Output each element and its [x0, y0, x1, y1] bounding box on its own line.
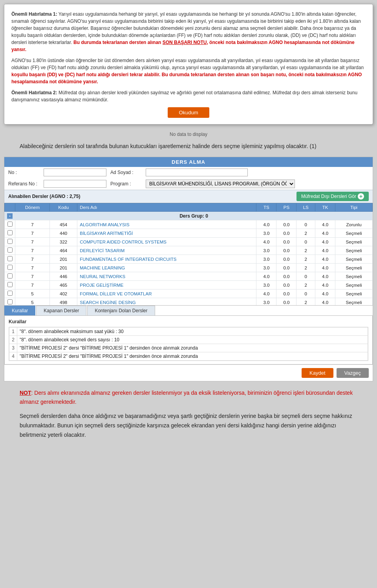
row-tk: 4.0 [315, 281, 335, 289]
kaydet-button[interactable]: Kaydet [302, 368, 333, 378]
mufredat-button[interactable]: Müfredat Dışı Dersleri Gör + [296, 192, 369, 201]
row-checkbox-cell[interactable] [5, 272, 15, 281]
row-ps: 0.0 [276, 272, 296, 281]
row-tk: 4.0 [315, 229, 335, 238]
row-checkbox[interactable] [7, 291, 13, 296]
col-ders-adi: Ders Adı [77, 203, 256, 212]
row-checkbox-cell[interactable] [5, 229, 15, 238]
important-notice-modal: Önemli Hatırlatma 1: Yarıyıl esası uygul… [4, 4, 373, 125]
tab-kapanan-dersler[interactable]: Kapanan Dersler [36, 306, 86, 315]
row-checkbox[interactable] [7, 256, 13, 261]
col-tk: TK [315, 203, 335, 212]
row-ls: 0 [296, 220, 315, 229]
row-ps: 0.0 [276, 229, 296, 238]
row-checkbox-cell[interactable] [5, 264, 15, 272]
form-row-no: No : Ad Soyad : [4, 167, 373, 178]
rule-text: "BİTİRME PROJESİ 2" dersi "BİTİRME PROJE… [17, 344, 368, 352]
row-checkbox[interactable] [7, 222, 13, 227]
row-kodu: 446 [50, 272, 77, 281]
tab-kurallar[interactable]: Kurallar [4, 306, 35, 315]
row-checkbox-cell[interactable] [5, 238, 15, 246]
ders-alma-title: DERS ALMA [4, 157, 373, 167]
kurallar-scroll[interactable]: 1 "8". dönem alınabilecek maksimum saat … [9, 327, 368, 361]
row-ls: 2 [296, 246, 315, 255]
collapse-group-icon[interactable]: - [7, 213, 13, 219]
notice-paragraph-2: AGNO'su 1.80'in üstünde olan öğrenciler … [11, 57, 366, 85]
program-label: Program : [110, 181, 142, 187]
row-donem: 7 [15, 220, 50, 229]
row-ders-adi: MACHINE LEARNING [77, 264, 256, 272]
table-row: 7 201 FUNDAMENTALS OF INTEGRATED CIRCUIT… [5, 255, 373, 264]
row-ts: 4.0 [256, 289, 276, 298]
ders-alma-panel: DERS ALMA No : Ad Soyad : Referans No : … [4, 157, 373, 381]
referans-input[interactable] [44, 180, 106, 188]
table-row: 7 322 COMPUTER AIDED CONTROL SYSTEMS 4.0… [5, 238, 373, 246]
row-ls: 0 [296, 272, 315, 281]
row-checkbox-cell[interactable] [5, 298, 15, 306]
notice-paragraph-3: Önemli Hatırlatma 2: Müfredat dışı alına… [11, 89, 366, 103]
row-kodu: 402 [50, 289, 77, 298]
row-tipi: Seçmeli [335, 255, 373, 264]
row-ls: 2 [296, 264, 315, 272]
row-checkbox[interactable] [7, 299, 13, 304]
row-ders-adi: PROJE GELİŞTİRME [77, 281, 256, 289]
row-ps: 0.0 [276, 264, 296, 272]
kurallar-panel: Kurallar 1 "8". dönem alınabilecek maksi… [4, 315, 373, 365]
row-donem: 7 [15, 255, 50, 264]
row-donem: 7 [15, 281, 50, 289]
rule-no: 3 [9, 344, 17, 352]
okudum-button[interactable]: Okudum [168, 107, 209, 118]
row-checkbox-cell[interactable] [5, 255, 15, 264]
rule-no: 1 [9, 328, 17, 336]
row-ts: 4.0 [256, 272, 276, 281]
rule-no: 4 [9, 352, 17, 361]
row-kodu: 440 [50, 229, 77, 238]
ad-soyad-input[interactable] [146, 169, 248, 176]
row-ps: 0.0 [276, 281, 296, 289]
row-kodu: 201 [50, 255, 77, 264]
row-ps: 0.0 [276, 255, 296, 264]
table-row: 7 440 BİLGİSAYAR ARİTMETİĞİ 3.0 0.0 2 4.… [5, 229, 373, 238]
row-tk: 4.0 [315, 255, 335, 264]
vazgec-button[interactable]: Vazgeç [337, 368, 369, 378]
row-checkbox-cell[interactable] [5, 220, 15, 229]
no-input[interactable] [44, 169, 106, 176]
course-table: Dönem Kodu Ders Adı TS PS LS TK Tipi - D… [4, 203, 373, 305]
row-checkbox[interactable] [7, 265, 13, 270]
col-ls: LS [296, 203, 315, 212]
row-checkbox-cell[interactable] [5, 246, 15, 255]
table-row: 7 201 MACHINE LEARNING 3.0 0.0 2 4.0 Seç… [5, 264, 373, 272]
row-tipi: Zorunlu [335, 220, 373, 229]
bottom-text-1: Seçmeli derslerden daha önce aldığınız v… [20, 412, 357, 440]
row-ts: 3.0 [256, 281, 276, 289]
table-row: 5 498 SEARCH ENGİNE DESİNG 3.0 0.0 2 4.0… [5, 298, 373, 306]
ad-soyad-label: Ad Soyad : [110, 170, 142, 175]
program-select[interactable]: BİLGİSAYAR MÜHENDİSLİĞİ, LİSANS PROGRAMI… [146, 180, 295, 188]
row-checkbox-cell[interactable] [5, 281, 15, 289]
tab-kontenjani-dolan[interactable]: Kontenjanı Dolan Dersler [87, 306, 155, 315]
action-buttons: Kaydet Vazgeç [4, 365, 373, 381]
row-checkbox[interactable] [7, 239, 13, 244]
course-table-scroll[interactable]: Dönem Kodu Ders Adı TS PS LS TK Tipi - D… [4, 203, 373, 305]
row-tk: 4.0 [315, 289, 335, 298]
row-checkbox-cell[interactable] [5, 289, 15, 298]
row-donem: 7 [15, 238, 50, 246]
row-checkbox[interactable] [7, 273, 13, 278]
row-checkbox[interactable] [7, 247, 13, 253]
row-ts: 3.0 [256, 298, 276, 306]
row-kodu: 465 [50, 281, 77, 289]
kurallar-row: 4 "BİTİRME PROJESİ 2" dersi "BİTİRME PRO… [9, 352, 368, 361]
row-donem: 7 [15, 229, 50, 238]
row-ders-adi: BİLGİSAYAR ARİTMETİĞİ [77, 229, 256, 238]
row-checkbox[interactable] [7, 230, 13, 235]
row-ls: 2 [296, 255, 315, 264]
row-checkbox[interactable] [7, 282, 13, 287]
tabs-row: Kurallar Kapanan Dersler Kontenjanı Dola… [4, 305, 373, 315]
row-tk: 4.0 [315, 298, 335, 306]
row-ps: 0.0 [276, 238, 296, 246]
row-ls: 0 [296, 238, 315, 246]
row-tipi: Seçmeli [335, 272, 373, 281]
table-row: 7 454 ALGORITHM ANALYSIS 4.0 0.0 0 4.0 Z… [5, 220, 373, 229]
row-ders-adi: COMPUTER AIDED CONTROL SYSTEMS [77, 238, 256, 246]
row-tipi: Seçmeli [335, 281, 373, 289]
